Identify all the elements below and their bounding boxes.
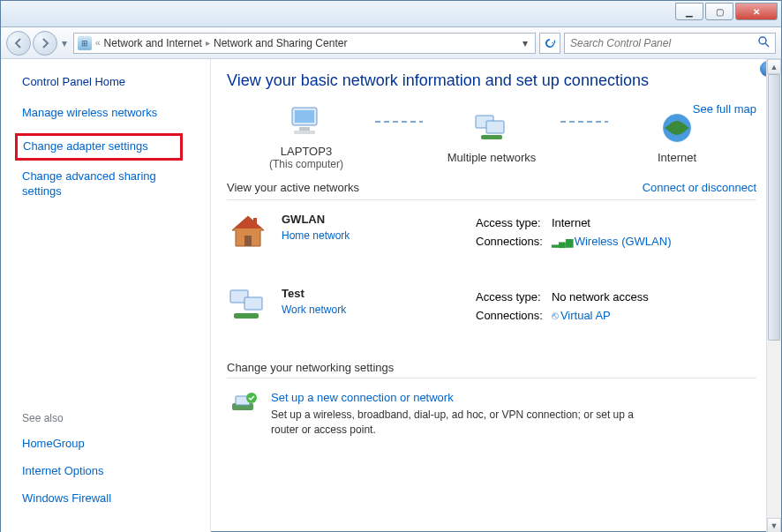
close-button[interactable]: ✕ — [735, 3, 778, 20]
globe-icon — [658, 110, 696, 146]
network-type-link[interactable]: Home network — [282, 229, 350, 242]
back-button[interactable] — [6, 31, 31, 56]
scrollbar[interactable]: ▲ ▼ — [766, 59, 781, 532]
breadcrumb-parent[interactable]: Network and Internet — [104, 37, 202, 49]
svg-rect-13 — [244, 236, 252, 246]
page-title: View your basic network information and … — [227, 71, 756, 90]
access-type-label: Access type: — [476, 214, 550, 231]
access-type-value: No network access — [552, 288, 656, 305]
svg-rect-8 — [481, 135, 502, 139]
svg-line-1 — [765, 43, 769, 47]
map-node-label: Multiple networks — [447, 151, 536, 164]
network-map: See full map LAPTOP3 (This computer) Mul… — [227, 104, 756, 170]
house-icon — [227, 213, 269, 250]
maximize-button[interactable]: ▢ — [705, 3, 733, 20]
svg-rect-14 — [253, 218, 257, 225]
svg-point-0 — [759, 37, 766, 44]
network-name: GWLAN — [282, 213, 350, 226]
scroll-up-button[interactable]: ▲ — [767, 59, 781, 74]
network-item-gwlan: GWLAN Home network Access type:Internet … — [227, 213, 756, 251]
body: Control Panel Home Manage wireless netwo… — [1, 59, 781, 532]
internet-options-link[interactable]: Internet Options — [22, 464, 111, 479]
setup-icon — [227, 391, 259, 419]
setup-connection-link[interactable]: Set up a new connection or network — [271, 391, 659, 404]
setup-connection-desc: Set up a wireless, broadband, dial-up, a… — [271, 408, 659, 438]
refresh-icon — [544, 37, 556, 49]
map-node-computer: LAPTOP3 (This computer) — [253, 104, 359, 170]
separator — [227, 199, 756, 200]
address-dropdown[interactable]: ▾ — [519, 37, 531, 49]
svg-rect-4 — [299, 127, 310, 131]
see-full-map-link[interactable]: See full map — [693, 102, 756, 116]
breadcrumb-current[interactable]: Network and Sharing Center — [214, 37, 347, 49]
arrow-left-icon — [13, 38, 24, 49]
window: ▁ ▢ ✕ ▾ ⊞ « Network and Internet ▸ Netwo… — [0, 0, 782, 532]
map-node-label: LAPTOP3 — [281, 145, 332, 158]
separator — [227, 378, 756, 378]
connection-link[interactable]: Wireless (GWLAN) — [575, 235, 672, 248]
access-type-label: Access type: — [476, 288, 550, 305]
search-input[interactable] — [570, 37, 757, 49]
titlebar: ▁ ▢ ✕ — [1, 1, 781, 27]
active-networks-header: View your active networks Connect or dis… — [227, 181, 756, 194]
minimize-button[interactable]: ▁ — [675, 3, 703, 20]
search-box[interactable] — [564, 33, 776, 54]
sidebar: Control Panel Home Manage wireless netwo… — [1, 59, 211, 532]
connections-label: Connections: — [476, 233, 550, 250]
see-also: See also HomeGroup Internet Options Wind… — [22, 412, 111, 519]
window-controls: ▁ ▢ ✕ — [675, 3, 778, 20]
scroll-down-button[interactable]: ▼ — [767, 518, 781, 532]
search-icon[interactable] — [757, 35, 770, 50]
arrow-right-icon — [40, 38, 50, 49]
multiple-networks-icon — [472, 110, 511, 146]
change-advanced-link[interactable]: Change advanced sharing settings — [22, 169, 190, 199]
network-type-link[interactable]: Work network — [282, 303, 346, 316]
work-network-icon — [227, 287, 269, 324]
nav-history-dropdown[interactable]: ▾ — [59, 31, 70, 56]
control-panel-home-link[interactable]: Control Panel Home — [22, 75, 201, 88]
breadcrumb-sep: ▸ — [206, 38, 210, 48]
svg-rect-16 — [244, 297, 262, 310]
connections-label: Connections: — [476, 307, 550, 324]
svg-marker-12 — [234, 216, 262, 229]
forward-button[interactable] — [33, 31, 57, 56]
refresh-button[interactable] — [539, 33, 560, 54]
homegroup-link[interactable]: HomeGroup — [22, 437, 111, 452]
scroll-thumb[interactable] — [768, 74, 780, 341]
map-node-networks: Multiple networks — [439, 110, 545, 164]
scroll-track[interactable] — [767, 74, 781, 518]
signal-icon: ▂▄▆ — [552, 236, 573, 247]
svg-rect-3 — [295, 110, 314, 123]
connection-link[interactable]: Virtual AP — [560, 309, 611, 322]
content: ▲ ▼ View your basic network information … — [211, 59, 781, 532]
adapter-icon: ⎋ — [552, 309, 559, 322]
computer-icon — [287, 104, 326, 139]
access-type-value: Internet — [552, 214, 679, 231]
navbar: ▾ ⊞ « Network and Internet ▸ Network and… — [1, 27, 781, 59]
active-networks-label: View your active networks — [227, 181, 359, 194]
connect-disconnect-link[interactable]: Connect or disconnect — [643, 181, 756, 194]
nav-arrows: ▾ — [6, 31, 70, 56]
change-settings-label: Change your networking settings — [227, 361, 756, 374]
see-also-label: See also — [22, 412, 111, 424]
address-bar[interactable]: ⊞ « Network and Internet ▸ Network and S… — [73, 33, 536, 54]
network-name: Test — [282, 287, 346, 300]
network-icon: ⊞ — [78, 36, 92, 50]
network-item-test: Test Work network Access type:No network… — [227, 287, 756, 326]
svg-rect-7 — [486, 121, 504, 133]
setup-connection-row: Set up a new connection or network Set u… — [227, 391, 756, 438]
map-connector — [375, 121, 423, 123]
map-connector — [560, 121, 608, 123]
change-adapter-link[interactable]: Change adapter settings — [15, 133, 183, 161]
map-node-internet: Internet — [624, 110, 730, 164]
svg-rect-5 — [294, 131, 315, 134]
windows-firewall-link[interactable]: Windows Firewall — [22, 491, 111, 506]
map-node-label: Internet — [658, 151, 696, 164]
breadcrumb-chevron: « — [95, 38, 101, 48]
map-node-sublabel: (This computer) — [269, 158, 343, 170]
svg-rect-17 — [234, 313, 259, 318]
manage-wireless-link[interactable]: Manage wireless networks — [22, 106, 190, 121]
